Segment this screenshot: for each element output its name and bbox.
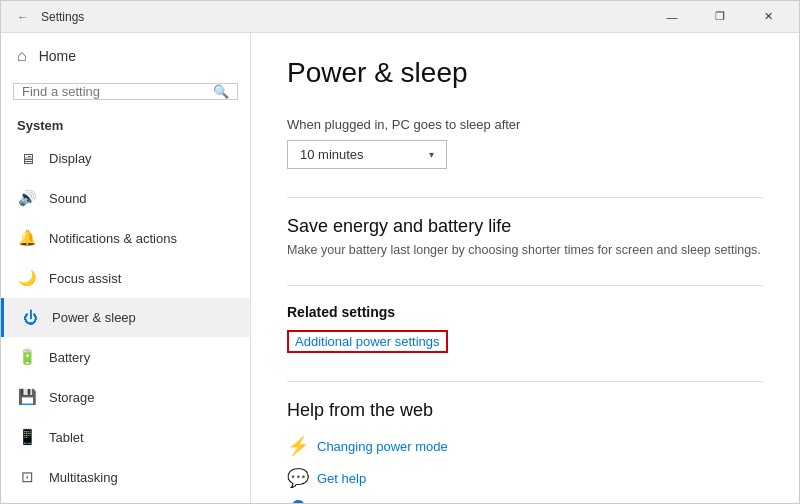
sidebar-label-display: Display	[49, 151, 92, 166]
save-energy-heading: Save energy and battery life	[287, 216, 763, 237]
notifications-icon: 🔔	[17, 229, 37, 247]
divider-1	[287, 197, 763, 198]
storage-icon: 💾	[17, 388, 37, 406]
sidebar-item-multitasking[interactable]: ⊡ Multitasking	[1, 457, 250, 497]
changing-power-link[interactable]: Changing power mode	[317, 439, 448, 454]
help-section: Help from the web ⚡ Changing power mode …	[287, 400, 763, 503]
main-panel: Power & sleep When plugged in, PC goes t…	[251, 33, 799, 503]
sidebar-label-tablet: Tablet	[49, 430, 84, 445]
sidebar-home-label: Home	[39, 48, 76, 64]
home-icon: ⌂	[17, 47, 27, 65]
save-energy-desc: Make your battery last longer by choosin…	[287, 243, 763, 257]
sidebar-item-power[interactable]: ⏻ Power & sleep	[1, 298, 250, 337]
plugged-label: When plugged in, PC goes to sleep after	[287, 117, 763, 132]
related-settings-heading: Related settings	[287, 304, 763, 320]
search-input[interactable]	[22, 84, 213, 99]
sidebar-label-power: Power & sleep	[52, 310, 136, 325]
save-energy-section: Save energy and battery life Make your b…	[287, 216, 763, 257]
sleep-dropdown[interactable]: 10 minutes ▾	[287, 140, 447, 169]
give-feedback-link[interactable]: Give feedback	[317, 503, 400, 504]
search-icon: 🔍	[213, 84, 229, 99]
get-help-item: 💬 Get help	[287, 467, 763, 489]
give-feedback-icon: 👤	[287, 499, 309, 503]
sidebar-label-storage: Storage	[49, 390, 95, 405]
sidebar-label-multitasking: Multitasking	[49, 470, 118, 485]
sidebar-item-focus[interactable]: 🌙 Focus assist	[1, 258, 250, 298]
back-button[interactable]: ←	[9, 3, 37, 31]
sidebar-item-home[interactable]: ⌂ Home	[1, 33, 250, 79]
sidebar-item-notifications[interactable]: 🔔 Notifications & actions	[1, 218, 250, 258]
sidebar-label-sound: Sound	[49, 191, 87, 206]
help-heading: Help from the web	[287, 400, 763, 421]
give-feedback-item: 👤 Give feedback	[287, 499, 763, 503]
additional-power-settings-link[interactable]: Additional power settings	[287, 330, 448, 353]
restore-button[interactable]: ❐	[697, 1, 743, 33]
battery-icon: 🔋	[17, 348, 37, 366]
power-link-icon: ⚡	[287, 435, 309, 457]
divider-2	[287, 285, 763, 286]
sidebar: ⌂ Home 🔍 System 🖥 Display 🔊 Sound 🔔 N	[1, 33, 251, 503]
chevron-down-icon: ▾	[429, 149, 434, 160]
page-title: Power & sleep	[287, 57, 763, 89]
titlebar-title: Settings	[41, 10, 649, 24]
settings-window: ← Settings — ❐ ✕ ⌂ Home 🔍 System �	[0, 0, 800, 504]
get-help-link[interactable]: Get help	[317, 471, 366, 486]
multitasking-icon: ⊡	[17, 468, 37, 486]
sleep-section: When plugged in, PC goes to sleep after …	[287, 117, 763, 169]
get-help-icon: 💬	[287, 467, 309, 489]
sidebar-label-notifications: Notifications & actions	[49, 231, 177, 246]
divider-3	[287, 381, 763, 382]
tablet-icon: 📱	[17, 428, 37, 446]
sidebar-item-tablet[interactable]: 📱 Tablet	[1, 417, 250, 457]
sound-icon: 🔊	[17, 189, 37, 207]
sidebar-item-battery[interactable]: 🔋 Battery	[1, 337, 250, 377]
minimize-button[interactable]: —	[649, 1, 695, 33]
changing-power-item: ⚡ Changing power mode	[287, 435, 763, 457]
display-icon: 🖥	[17, 150, 37, 167]
dropdown-value: 10 minutes	[300, 147, 364, 162]
titlebar: ← Settings — ❐ ✕	[1, 1, 799, 33]
sidebar-item-sound[interactable]: 🔊 Sound	[1, 178, 250, 218]
sidebar-label-focus: Focus assist	[49, 271, 121, 286]
sidebar-item-storage[interactable]: 💾 Storage	[1, 377, 250, 417]
sidebar-section-title: System	[1, 110, 250, 139]
titlebar-controls: — ❐ ✕	[649, 1, 791, 33]
related-settings-section: Related settings Additional power settin…	[287, 304, 763, 353]
content-area: ⌂ Home 🔍 System 🖥 Display 🔊 Sound 🔔 N	[1, 33, 799, 503]
focus-icon: 🌙	[17, 269, 37, 287]
search-box: 🔍	[13, 83, 238, 100]
close-button[interactable]: ✕	[745, 1, 791, 33]
power-icon: ⏻	[20, 309, 40, 326]
sidebar-item-display[interactable]: 🖥 Display	[1, 139, 250, 178]
sidebar-label-battery: Battery	[49, 350, 90, 365]
